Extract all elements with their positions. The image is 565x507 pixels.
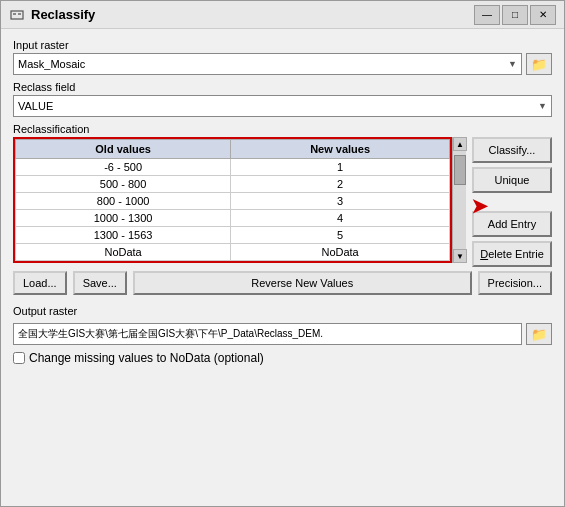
reclassification-label: Reclassification	[13, 123, 552, 135]
output-raster-row: 全国大学生GIS大赛\第七届全国GIS大赛\下午\P_Data\Reclass_…	[13, 323, 552, 345]
svg-rect-1	[13, 13, 16, 15]
checkbox-label: Change missing values to NoData (optiona…	[29, 351, 264, 365]
arrow-indicator-icon: ➤	[471, 194, 488, 218]
reclass-field-dropdown[interactable]: VALUE ▼	[13, 95, 552, 117]
table-container: Old values New values -6 - 5001500 - 800…	[13, 137, 466, 263]
save-button[interactable]: Save...	[73, 271, 127, 295]
new-values-header: New values	[231, 140, 450, 159]
delete-entries-button[interactable]: Delete Entrie	[472, 241, 552, 267]
window-controls: — □ ✕	[474, 5, 556, 25]
minimize-button[interactable]: —	[474, 5, 500, 25]
table-row[interactable]: 1000 - 13004	[16, 210, 450, 227]
new-value-cell: 2	[231, 176, 450, 193]
reclassify-window: Reclassify — □ ✕ Input raster Mask_Mosai…	[0, 0, 565, 507]
old-value-cell: 500 - 800	[16, 176, 231, 193]
output-raster-folder-button[interactable]: 📁	[526, 323, 552, 345]
input-raster-row: Mask_Mosaic ▼ 📁	[13, 53, 552, 75]
reclass-table: Old values New values -6 - 5001500 - 800…	[15, 139, 450, 261]
scrollbar-down-arrow[interactable]: ▼	[453, 249, 467, 263]
svg-rect-0	[11, 11, 23, 19]
dropdown-arrow-icon: ▼	[508, 59, 517, 69]
input-raster-folder-button[interactable]: 📁	[526, 53, 552, 75]
bottom-buttons-row: Load... Save... Reverse New Values Preci…	[13, 271, 552, 295]
reclass-field-section: Reclass field VALUE ▼	[13, 81, 552, 117]
table-row[interactable]: 500 - 8002	[16, 176, 450, 193]
table-row[interactable]: 1300 - 15635	[16, 227, 450, 244]
table-row[interactable]: -6 - 5001	[16, 159, 450, 176]
scrollbar-up-arrow[interactable]: ▲	[453, 137, 467, 151]
delete-entries-label: Delete Entrie	[480, 248, 544, 260]
old-value-cell: 1300 - 1563	[16, 227, 231, 244]
load-button[interactable]: Load...	[13, 271, 67, 295]
new-value-cell: NoData	[231, 244, 450, 261]
output-raster-section: Output raster 全国大学生GIS大赛\第七届全国GIS大赛\下午\P…	[13, 305, 552, 345]
old-value-cell: -6 - 500	[16, 159, 231, 176]
new-value-cell: 5	[231, 227, 450, 244]
scrollbar-track	[453, 151, 466, 249]
classify-button[interactable]: Classify...	[472, 137, 552, 163]
new-value-cell: 1	[231, 159, 450, 176]
precision-button[interactable]: Precision...	[478, 271, 552, 295]
new-value-cell: 3	[231, 193, 450, 210]
old-value-cell: 800 - 1000	[16, 193, 231, 210]
window-icon	[9, 7, 25, 23]
svg-rect-2	[18, 13, 21, 15]
scrollbar-thumb[interactable]	[454, 155, 466, 185]
maximize-button[interactable]: □	[502, 5, 528, 25]
table-scrollbar[interactable]: ▲ ▼	[452, 137, 466, 263]
reclass-field-value: VALUE	[18, 100, 53, 112]
input-raster-dropdown[interactable]: Mask_Mosaic ▼	[13, 53, 522, 75]
table-area: Old values New values -6 - 5001500 - 800…	[13, 137, 552, 267]
input-raster-section: Input raster Mask_Mosaic ▼ 📁	[13, 39, 552, 75]
reclass-field-label: Reclass field	[13, 81, 552, 93]
old-value-cell: NoData	[16, 244, 231, 261]
input-raster-label: Input raster	[13, 39, 552, 51]
output-raster-label: Output raster	[13, 305, 552, 317]
checkbox-row: Change missing values to NoData (optiona…	[13, 351, 552, 365]
window-title: Reclassify	[31, 7, 474, 22]
old-value-cell: 1000 - 1300	[16, 210, 231, 227]
missing-values-checkbox[interactable]	[13, 352, 25, 364]
reclass-field-arrow-icon: ▼	[538, 101, 547, 111]
reverse-new-values-button[interactable]: Reverse New Values	[133, 271, 472, 295]
table-header-row: Old values New values	[16, 140, 450, 159]
table-row[interactable]: NoDataNoData	[16, 244, 450, 261]
old-values-header: Old values	[16, 140, 231, 159]
table-row[interactable]: 800 - 10003	[16, 193, 450, 210]
input-raster-value: Mask_Mosaic	[18, 58, 85, 70]
close-button[interactable]: ✕	[530, 5, 556, 25]
table-wrapper: Old values New values -6 - 5001500 - 800…	[13, 137, 452, 263]
window-content: Input raster Mask_Mosaic ▼ 📁 Reclass fie…	[1, 29, 564, 506]
title-bar: Reclassify — □ ✕	[1, 1, 564, 29]
reclassification-section: Reclassification Old values New values	[13, 123, 552, 295]
unique-button[interactable]: Unique	[472, 167, 552, 193]
output-raster-value: 全国大学生GIS大赛\第七届全国GIS大赛\下午\P_Data\Reclass_…	[18, 327, 323, 341]
output-raster-input[interactable]: 全国大学生GIS大赛\第七届全国GIS大赛\下午\P_Data\Reclass_…	[13, 323, 522, 345]
new-value-cell: 4	[231, 210, 450, 227]
